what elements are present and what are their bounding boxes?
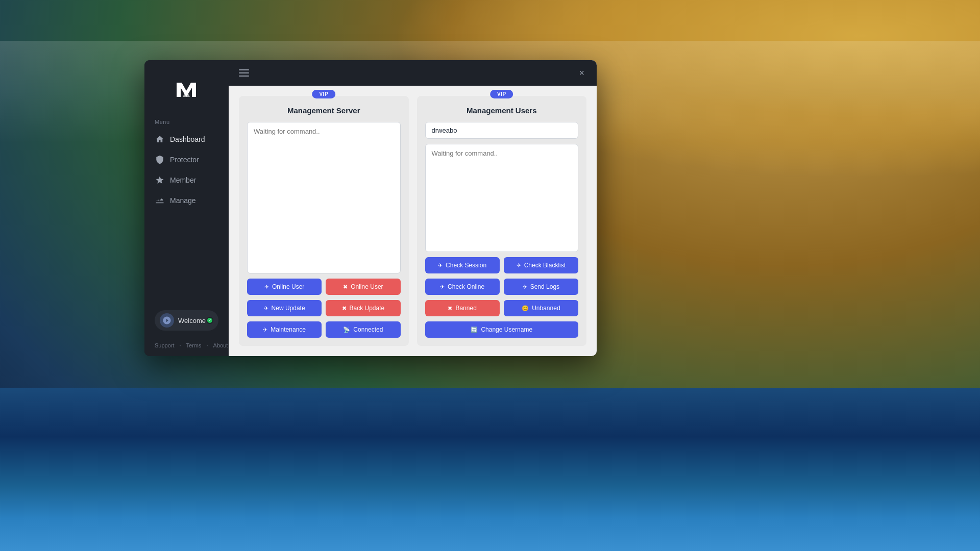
users-command-textarea[interactable] bbox=[425, 144, 579, 252]
sidebar-item-member[interactable]: Member bbox=[144, 170, 229, 190]
send-icon2: ✈ bbox=[264, 305, 268, 312]
main-header: × bbox=[229, 60, 597, 86]
server-command-textarea[interactable] bbox=[247, 122, 401, 273]
server-buttons-row3: ✈ Maintenance 📡 Connected bbox=[247, 321, 401, 338]
users-buttons-row4: 🔄 Change Username bbox=[425, 321, 579, 338]
send-logs-button[interactable]: ✈ Send Logs bbox=[504, 279, 578, 295]
sidebar-dashboard-label: Dashboard bbox=[170, 135, 205, 143]
refresh-icon: 🔄 bbox=[471, 327, 478, 333]
send-icon4: ✈ bbox=[438, 262, 443, 269]
check-session-label: Check Session bbox=[446, 262, 486, 269]
hamburger-button[interactable] bbox=[237, 67, 251, 79]
main-content: × VIP Management Server ✈ Online User ✖ … bbox=[229, 60, 597, 356]
username-input[interactable] bbox=[425, 122, 579, 139]
online-indicator bbox=[206, 317, 213, 324]
management-users-title: Management Users bbox=[425, 106, 579, 115]
vip-icon bbox=[155, 195, 165, 206]
server-buttons-row1: ✈ Online User ✖ Online User bbox=[247, 279, 401, 295]
send-logs-label: Send Logs bbox=[530, 283, 559, 290]
sidebar-item-manage[interactable]: Manage bbox=[144, 190, 229, 211]
vip-badge-users: VIP bbox=[490, 90, 513, 98]
back-update-label: Back Update bbox=[350, 305, 385, 312]
users-buttons-row1: ✈ Check Session ✈ Check Blacklist bbox=[425, 257, 579, 273]
management-server-title: Management Server bbox=[247, 106, 401, 115]
vip-badge-server: VIP bbox=[312, 90, 335, 98]
footer-separator1: · bbox=[180, 342, 181, 348]
sidebar-bottom: Welcome !! bbox=[144, 303, 229, 338]
check-online-button[interactable]: ✈ Check Online bbox=[425, 279, 500, 295]
back-update-button[interactable]: ✖ Back Update bbox=[326, 300, 400, 316]
panels-container: VIP Management Server ✈ Online User ✖ On… bbox=[229, 86, 597, 356]
hamburger-line2 bbox=[239, 72, 249, 73]
connected-button[interactable]: 📡 Connected bbox=[326, 321, 400, 338]
home-icon bbox=[155, 134, 165, 144]
management-users-panel: VIP Management Users ✈ Check Session ✈ C… bbox=[417, 96, 587, 346]
terms-link[interactable]: Terms bbox=[186, 342, 202, 348]
online-user-red-button[interactable]: ✖ Online User bbox=[326, 279, 400, 295]
check-online-label: Check Online bbox=[448, 283, 484, 290]
app-window: Menu Dashboard Protector bbox=[144, 60, 597, 356]
send-icon5: ✈ bbox=[517, 262, 521, 269]
online-user-blue-button[interactable]: ✈ Online User bbox=[247, 279, 322, 295]
logo-icon bbox=[173, 76, 201, 104]
sidebar-footer: Support · Terms · About bbox=[144, 338, 229, 356]
user-badge: Welcome !! bbox=[155, 310, 218, 331]
x-icon2: ✖ bbox=[342, 305, 347, 312]
change-username-button[interactable]: 🔄 Change Username bbox=[425, 321, 579, 338]
management-server-panel: VIP Management Server ✈ Online User ✖ On… bbox=[239, 96, 409, 346]
sidebar-logo bbox=[144, 60, 229, 114]
maintenance-button[interactable]: ✈ Maintenance bbox=[247, 321, 322, 338]
sidebar-protector-label: Protector bbox=[170, 156, 199, 164]
send-icon7: ✈ bbox=[523, 284, 527, 290]
new-update-label: New Update bbox=[272, 305, 305, 312]
unbanned-label: Unbanned bbox=[532, 305, 560, 312]
smile-icon: 😊 bbox=[522, 305, 529, 312]
shield-icon bbox=[155, 155, 165, 165]
sidebar-item-protector[interactable]: Protector bbox=[144, 149, 229, 170]
sidebar-member-label: Member bbox=[170, 176, 196, 184]
unbanned-button[interactable]: 😊 Unbanned bbox=[504, 300, 578, 316]
about-link[interactable]: About bbox=[213, 342, 228, 348]
sidebar-item-dashboard[interactable]: Dashboard bbox=[144, 129, 229, 149]
banned-button[interactable]: ✖ Banned bbox=[425, 300, 500, 316]
check-session-button[interactable]: ✈ Check Session bbox=[425, 257, 500, 273]
hamburger-line3 bbox=[239, 76, 249, 77]
support-link[interactable]: Support bbox=[155, 342, 175, 348]
new-update-button[interactable]: ✈ New Update bbox=[247, 300, 322, 316]
close-button[interactable]: × bbox=[575, 66, 589, 80]
sidebar-menu-label: Menu bbox=[144, 114, 229, 129]
avatar bbox=[160, 313, 174, 328]
sidebar: Menu Dashboard Protector bbox=[144, 60, 229, 356]
connected-label: Connected bbox=[353, 326, 383, 333]
sidebar-manage-label: Manage bbox=[170, 196, 196, 205]
banned-label: Banned bbox=[455, 305, 476, 312]
send-icon6: ✈ bbox=[440, 284, 445, 290]
maintenance-label: Maintenance bbox=[271, 326, 306, 333]
x-icon: ✖ bbox=[343, 284, 348, 290]
change-username-label: Change Username bbox=[481, 326, 532, 333]
bg-ocean bbox=[0, 388, 980, 551]
x-icon3: ✖ bbox=[448, 305, 452, 312]
send-icon: ✈ bbox=[264, 284, 269, 290]
check-blacklist-button[interactable]: ✈ Check Blacklist bbox=[504, 257, 578, 273]
signal-icon: 📡 bbox=[343, 327, 350, 333]
users-buttons-row3: ✖ Banned 😊 Unbanned bbox=[425, 300, 579, 316]
online-user-blue-label: Online User bbox=[272, 283, 304, 290]
users-buttons-row2: ✈ Check Online ✈ Send Logs bbox=[425, 279, 579, 295]
footer-separator2: · bbox=[207, 342, 208, 348]
check-blacklist-label: Check Blacklist bbox=[524, 262, 566, 269]
send-icon3: ✈ bbox=[263, 327, 267, 333]
hamburger-line1 bbox=[239, 69, 249, 70]
server-buttons-row2: ✈ New Update ✖ Back Update bbox=[247, 300, 401, 316]
online-user-red-label: Online User bbox=[351, 283, 383, 290]
star-icon bbox=[155, 175, 165, 185]
